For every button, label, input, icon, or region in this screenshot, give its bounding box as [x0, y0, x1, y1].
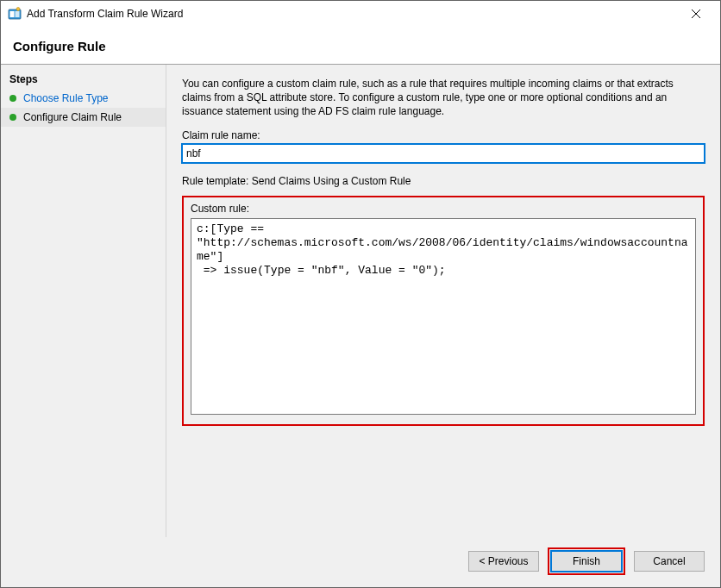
close-button[interactable]: [679, 2, 713, 26]
custom-rule-textarea[interactable]: [191, 218, 696, 415]
custom-rule-label: Custom rule:: [191, 203, 696, 215]
finish-button[interactable]: Finish: [551, 551, 622, 572]
step-configure-claim-rule[interactable]: Configure Claim Rule: [1, 108, 166, 127]
steps-header: Steps: [1, 70, 166, 89]
page-header: Configure Rule: [1, 27, 720, 65]
wizard-icon: [8, 7, 22, 21]
step-label: Configure Claim Rule: [23, 111, 122, 123]
wizard-window: Add Transform Claim Rule Wizard Configur…: [0, 0, 721, 588]
previous-button[interactable]: < Previous: [468, 551, 539, 572]
window-title: Add Transform Claim Rule Wizard: [27, 8, 679, 20]
wizard-body: Steps Choose Rule Type Configure Claim R…: [1, 65, 720, 537]
svg-point-3: [16, 8, 20, 11]
rule-template-text: Rule template: Send Claims Using a Custo…: [182, 175, 705, 187]
description-text: You can configure a custom claim rule, s…: [182, 77, 705, 119]
step-choose-rule-type[interactable]: Choose Rule Type: [1, 89, 166, 108]
cancel-button[interactable]: Cancel: [634, 551, 705, 572]
step-bullet-icon: [9, 95, 16, 102]
svg-rect-2: [16, 11, 20, 17]
steps-sidebar: Steps Choose Rule Type Configure Claim R…: [1, 65, 166, 537]
claim-rule-name-input[interactable]: [182, 144, 705, 163]
finish-highlight: Finish: [548, 547, 625, 575]
page-title: Configure Rule: [13, 39, 708, 53]
claim-rule-name-label: Claim rule name:: [182, 129, 705, 141]
svg-rect-1: [10, 11, 15, 17]
custom-rule-highlight: Custom rule:: [182, 196, 705, 426]
titlebar: Add Transform Claim Rule Wizard: [1, 1, 720, 27]
step-bullet-icon: [9, 114, 16, 121]
main-panel: You can configure a custom claim rule, s…: [166, 65, 720, 537]
step-label: Choose Rule Type: [23, 92, 109, 104]
button-row: < Previous Finish Cancel: [1, 537, 720, 587]
